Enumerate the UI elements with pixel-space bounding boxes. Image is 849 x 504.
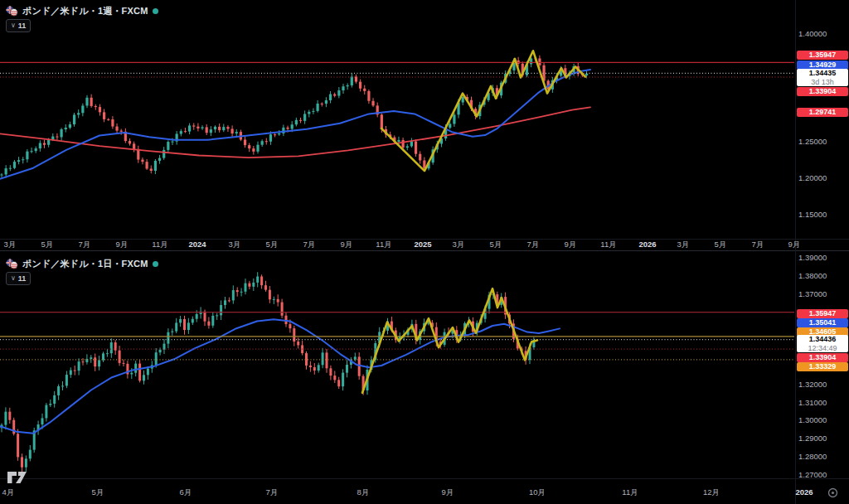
price-level-badge: 1.34929 <box>797 61 848 70</box>
indicator-count: 11 <box>18 22 27 30</box>
time-tick-label: 6月 <box>180 487 192 498</box>
indicator-count: 11 <box>18 275 27 283</box>
time-tick-label: 7月 <box>303 240 316 250</box>
time-tick-label: 12月 <box>703 487 720 498</box>
symbol-title-daily[interactable]: ポンド／米ドル・1日・FXCM <box>22 258 148 270</box>
price-tick-label: 1.39000 <box>798 253 827 262</box>
legend-weekly: ポンド／米ドル・1週・FXCM <box>6 5 158 17</box>
time-tick-label: 9月 <box>341 240 353 250</box>
price-level-badge: 1.33904 <box>797 353 848 362</box>
time-tick-label: 7月 <box>527 240 540 250</box>
time-tick-label: 8月 <box>357 487 370 498</box>
panel-weekly[interactable] <box>0 51 794 178</box>
legend-daily: ポンド／米ドル・1日・FXCM <box>6 258 158 270</box>
indicators-chip-daily[interactable]: ∨ 11 <box>6 272 31 285</box>
time-tick-label: 2024 <box>188 240 206 249</box>
price-tick-label: 1.15000 <box>798 210 827 219</box>
settings-icon[interactable] <box>827 487 838 502</box>
price-tick-label: 1.31000 <box>798 398 827 407</box>
price-tick-label: 1.29000 <box>798 434 827 443</box>
current-price-badge: 1.344353d 13h <box>797 69 848 86</box>
time-tick-label: 10月 <box>529 487 546 498</box>
price-tick-label: 1.38000 <box>798 271 827 280</box>
time-tick-label: 7月 <box>79 240 91 250</box>
panel-daily[interactable] <box>0 272 794 472</box>
time-tick-label: 9月 <box>565 240 577 250</box>
time-tick-label: 9月 <box>116 240 129 250</box>
price-level-badge: 1.33904 <box>797 87 848 96</box>
price-tick-label: 1.28000 <box>798 452 827 461</box>
chart-root: 1.400001.250001.200001.150003月5月7月9月11月2… <box>0 0 849 504</box>
chevron-down-icon: ∨ <box>11 22 16 29</box>
countdown-label: 3d 13h <box>797 78 848 86</box>
time-tick-label: 2025 <box>414 240 431 249</box>
time-tick-label: 9月 <box>442 487 454 498</box>
time-tick-label: 11月 <box>152 240 167 250</box>
time-scale[interactable] <box>0 479 795 504</box>
time-tick-label: 3月 <box>4 240 17 250</box>
price-level-badge: 1.33329 <box>797 362 848 371</box>
time-tick-label: 5月 <box>41 240 54 250</box>
chart-canvas[interactable] <box>0 0 849 504</box>
time-tick-label: 2026 <box>638 240 656 249</box>
market-status-dot <box>153 261 158 267</box>
time-tick-label: 9月 <box>788 240 801 250</box>
price-tick-label: 1.40000 <box>798 29 827 38</box>
time-tick-label: 5月 <box>92 487 104 498</box>
time-tick-label: 11月 <box>376 240 391 250</box>
time-tick-label: 3月 <box>453 240 465 250</box>
time-tick-label: 4月 <box>2 487 15 498</box>
time-tick-label: 5月 <box>266 240 279 250</box>
time-tick-label: 3月 <box>229 240 241 250</box>
time-tick-label: 7月 <box>266 487 279 498</box>
price-tick-label: 1.20000 <box>798 173 827 182</box>
market-status-dot <box>153 8 158 14</box>
currency-pair-icon <box>6 6 18 17</box>
countdown-label: 12:34:49 <box>797 344 848 352</box>
price-level-badge: 1.35947 <box>797 309 848 318</box>
price-level-badge: 1.29741 <box>797 108 848 117</box>
time-tick-label: 3月 <box>677 240 690 250</box>
price-tick-label: 1.27000 <box>798 470 827 479</box>
price-tick-label: 1.25000 <box>798 137 827 146</box>
tradingview-logo[interactable] <box>7 470 30 488</box>
time-tick-label: 7月 <box>752 240 764 250</box>
time-tick-label: 11月 <box>600 240 616 250</box>
time-tick-label: 5月 <box>490 240 502 250</box>
symbol-title-weekly[interactable]: ポンド／米ドル・1週・FXCM <box>22 5 148 17</box>
chevron-down-icon: ∨ <box>11 275 16 282</box>
time-tick-label: 11月 <box>622 487 638 498</box>
price-tick-label: 1.32000 <box>798 380 827 389</box>
price-level-badge: 1.35947 <box>797 51 848 60</box>
price-tick-label: 1.37000 <box>798 289 827 298</box>
price-tick-label: 1.30000 <box>798 415 827 424</box>
currency-pair-icon <box>6 259 18 269</box>
time-tick-label: 5月 <box>715 240 727 250</box>
price-level-badge: 1.35041 <box>797 318 848 327</box>
time-tick-label: 2026 <box>795 487 813 497</box>
indicators-chip-weekly[interactable]: ∨ 11 <box>6 19 31 32</box>
current-price-badge: 1.3443612:34:49 <box>797 335 848 352</box>
